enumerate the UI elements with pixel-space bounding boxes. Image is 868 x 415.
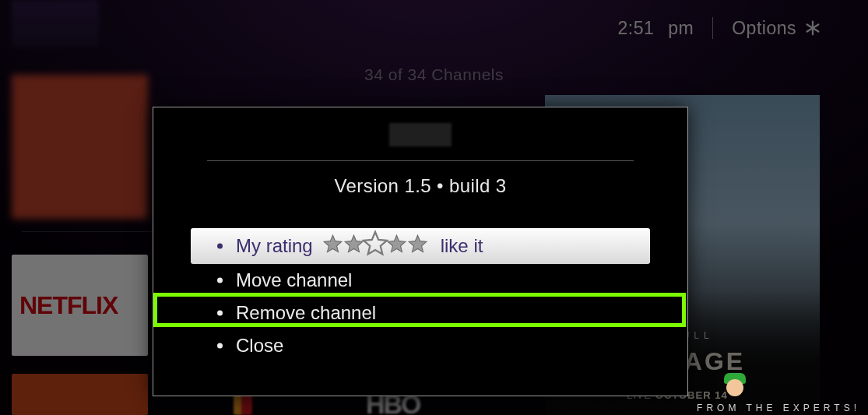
star-icon <box>407 234 428 259</box>
svg-marker-6 <box>388 235 406 251</box>
svg-marker-4 <box>345 235 363 251</box>
version-text: Version 1.5 • build 3 <box>153 175 687 197</box>
modal-divider <box>207 160 634 161</box>
menu-item-remove-channel[interactable]: Remove channel <box>191 297 650 329</box>
menu-item-label: Remove channel <box>236 302 376 324</box>
menu-item-move-channel[interactable]: Move channel <box>191 264 650 297</box>
bullet-icon <box>217 343 223 349</box>
star-icon <box>386 234 407 259</box>
rating-suffix: like it <box>441 235 483 257</box>
svg-marker-5 <box>364 232 387 255</box>
options-menu: My rating like it Move channel <box>153 228 687 362</box>
bullet-icon <box>217 278 223 283</box>
menu-item-label: Close <box>236 335 283 357</box>
home-screen: 2:51 pm Options 34 of 34 Channels NETFLI… <box>0 0 868 415</box>
bullet-icon <box>217 244 223 249</box>
mascot-icon <box>720 371 751 404</box>
bullet-icon <box>217 311 223 316</box>
menu-item-label: Move channel <box>236 269 352 291</box>
svg-marker-3 <box>324 235 342 251</box>
menu-item-close[interactable]: Close <box>191 329 650 362</box>
menu-item-label: My rating <box>236 235 313 257</box>
watermark-text: FROM THE EXPERTS! <box>697 403 860 413</box>
svg-marker-7 <box>409 235 427 251</box>
star-icon-current <box>364 230 386 262</box>
channel-options-modal: Version 1.5 • build 3 My rating like it <box>153 107 688 396</box>
menu-item-my-rating[interactable]: My rating like it <box>191 228 650 264</box>
rating-stars[interactable] <box>322 230 428 262</box>
star-icon <box>322 234 343 259</box>
channel-name-redacted <box>389 123 452 146</box>
